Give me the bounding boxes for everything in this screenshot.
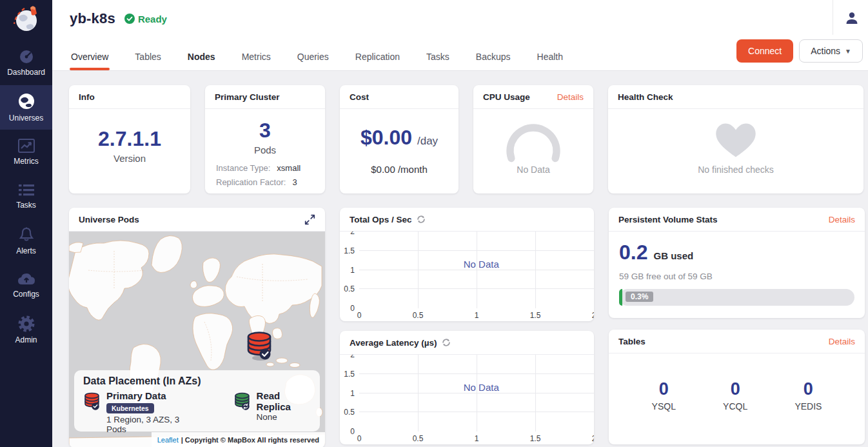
tasks-icon	[18, 183, 35, 197]
world-map[interactable]: Data Placement (In AZs)	[69, 232, 325, 447]
replication-factor-row: Replication Factor: 3	[216, 175, 314, 190]
cost-per-month: $0.00 /month	[371, 164, 428, 175]
tables-card: Tables Details 0 YSQL 0 YCQL 0	[609, 330, 865, 444]
read-replica-legend: Read Replica None	[233, 390, 311, 434]
plot-area: No Data	[359, 355, 594, 432]
metrics-icon	[17, 138, 35, 154]
ysql-count: 0 YSQL	[652, 379, 676, 412]
heart-icon	[715, 120, 757, 159]
avg-latency-card: Average Latency (µs)	[340, 331, 594, 444]
user-menu[interactable]	[844, 10, 860, 28]
primary-data-label: Primary Data	[106, 390, 192, 401]
kubernetes-badge: Kubernetes	[106, 403, 154, 413]
leaflet-link[interactable]: Leaflet	[157, 436, 179, 444]
y-axis: 00.511.52	[340, 355, 357, 432]
sidebar-item-label: Universes	[9, 114, 43, 123]
primary-data-desc: 1 Region, 3 AZS, 3 Pods	[106, 415, 192, 434]
map-copyright: | Copyright © MapBox All rights reserved	[181, 436, 319, 444]
storage-percent-badge: 0.3%	[626, 292, 653, 302]
data-placement-overlay: Data Placement (In AZs)	[74, 370, 320, 432]
app-logo-icon[interactable]	[0, 0, 52, 41]
header-divider	[833, 0, 833, 35]
primary-cluster-card: Primary Cluster 3 Pods Instance Type: xs…	[205, 85, 325, 194]
configs-icon	[17, 272, 36, 286]
pods-label: Pods	[254, 144, 276, 155]
chart-no-data: No Data	[464, 381, 499, 392]
health-no-checks: No finished checks	[698, 164, 774, 175]
tab-metrics[interactable]: Metrics	[241, 45, 272, 70]
tables-details-link[interactable]: Details	[829, 337, 855, 346]
sidebar-item-metrics[interactable]: Metrics	[0, 130, 52, 174]
primary-data-db-icon	[83, 390, 101, 412]
ycql-count: 0 YCQL	[723, 379, 747, 412]
read-replica-label: Read Replica	[257, 390, 311, 412]
info-card: Info 2.7.1.1 Version	[69, 85, 190, 194]
persistent-volume-card: Persistent Volume Stats Details 0.2 GB u…	[609, 208, 865, 318]
user-icon	[844, 10, 860, 26]
sidebar-item-admin[interactable]: Admin	[0, 308, 52, 352]
health-check-card: Health Check No finished checks	[608, 85, 863, 194]
y-axis: 00.511.52	[340, 232, 357, 308]
primary-data-map-marker[interactable]	[245, 330, 273, 364]
x-axis: 00.511.52	[359, 432, 594, 444]
sidebar-item-label: Metrics	[14, 157, 39, 166]
universe-pods-card: Universe Pods	[69, 208, 325, 447]
topbar: yb-k8s Ready Overview Tables Nodes Metri…	[52, 0, 868, 71]
refresh-icon[interactable]	[442, 338, 451, 347]
sidebar-item-configs[interactable]: Configs	[0, 263, 52, 308]
read-replica-db-icon	[233, 390, 251, 412]
avg-latency-chart: 00.511.52 No Data 00.511.52	[340, 355, 594, 444]
version-value: 2.7.1.1	[98, 127, 161, 151]
sidebar: Dashboard Universes Metrics	[0, 0, 52, 447]
chevron-down-icon: ▼	[845, 48, 851, 55]
sidebar-item-dashboard[interactable]: Dashboard	[0, 41, 52, 85]
plot-area: No Data	[359, 232, 594, 308]
chart-no-data: No Data	[464, 258, 499, 269]
card-title: Info	[79, 92, 95, 102]
tab-queries[interactable]: Queries	[296, 45, 330, 70]
card-title: Universe Pods	[79, 215, 139, 224]
version-label: Version	[113, 153, 146, 164]
tab-overview[interactable]: Overview	[70, 45, 110, 70]
cost-per-day: $0.00	[360, 126, 412, 150]
pods-count: 3	[259, 119, 271, 143]
sidebar-item-label: Alerts	[16, 246, 36, 255]
check-circle-icon	[124, 14, 135, 24]
overview-content: Info 2.7.1.1 Version Primary Cluster 3 P…	[52, 71, 868, 447]
total-ops-card: Total Ops / Sec	[340, 208, 594, 321]
tab-health[interactable]: Health	[536, 45, 564, 70]
card-title: Health Check	[618, 92, 673, 102]
card-title: Primary Cluster	[215, 92, 280, 102]
gauge-icon	[498, 118, 569, 164]
tab-replication[interactable]: Replication	[354, 45, 401, 70]
cost-card: Cost $0.00 /day $0.00 /month	[340, 85, 459, 194]
tab-tasks[interactable]: Tasks	[425, 45, 451, 70]
sidebar-item-label: Dashboard	[7, 68, 45, 77]
admin-icon	[18, 315, 35, 332]
gb-used-value: 0.2	[619, 241, 647, 264]
map-attribution: Leaflet | Copyright © MapBox All rights …	[152, 432, 325, 447]
tab-nodes[interactable]: Nodes	[186, 45, 217, 70]
cpu-usage-card: CPU Usage Details No Data	[473, 85, 593, 194]
connect-button[interactable]: Connect	[736, 39, 793, 63]
storage-progress-fill	[619, 289, 622, 306]
sidebar-item-label: Configs	[13, 290, 39, 299]
cpu-details-link[interactable]: Details	[557, 92, 584, 102]
sidebar-item-alerts[interactable]: Alerts	[0, 219, 52, 263]
sidebar-item-tasks[interactable]: Tasks	[0, 174, 52, 219]
gb-free-text: 59 GB free out of 59 GB	[619, 272, 854, 281]
expand-icon[interactable]	[304, 214, 315, 225]
pvs-details-link[interactable]: Details	[829, 215, 855, 224]
universe-icon	[17, 92, 35, 110]
storage-progress-bar: 0.3%	[619, 289, 854, 306]
status-badge: Ready	[124, 14, 167, 25]
universe-tabs: Overview Tables Nodes Metrics Queries Re…	[70, 45, 564, 70]
sidebar-item-universes[interactable]: Universes	[0, 85, 52, 130]
tab-backups[interactable]: Backups	[475, 45, 512, 70]
refresh-icon[interactable]	[417, 215, 426, 224]
data-placement-title: Data Placement (In AZs)	[83, 375, 311, 387]
card-title: Persistent Volume Stats	[618, 215, 718, 224]
tab-tables[interactable]: Tables	[133, 45, 162, 70]
sidebar-item-label: Admin	[15, 335, 37, 344]
actions-button[interactable]: Actions ▼	[799, 39, 863, 63]
